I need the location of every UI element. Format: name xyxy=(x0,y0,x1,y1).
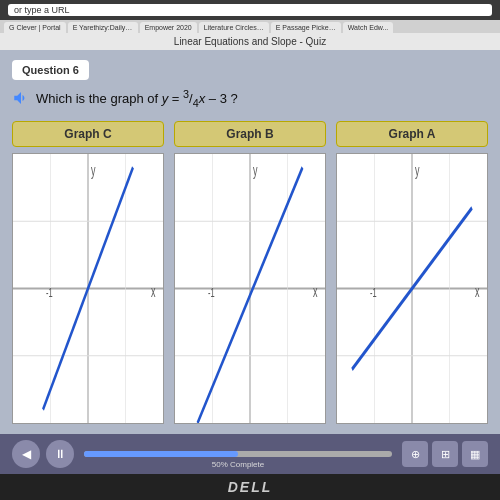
svg-text:y: y xyxy=(415,161,420,180)
graph-c-svg: y x -1 xyxy=(13,154,163,423)
tab-empower[interactable]: Empower 2020 xyxy=(140,22,197,33)
tab-passage[interactable]: E Passage Picker - G... xyxy=(271,22,341,33)
graph-c-container: y x -1 xyxy=(12,153,164,424)
bottom-bar: ◀ ⏸ 50% Complete ⊕ ⊞ ▦ xyxy=(0,434,500,474)
question-number: Question 6 xyxy=(12,60,89,80)
svg-text:x: x xyxy=(151,282,156,301)
graph-b-button[interactable]: Graph B xyxy=(174,121,326,147)
graph-a-column: Graph A y x -1 xyxy=(336,121,488,424)
browser-bar: or type a URL xyxy=(0,0,500,20)
tabs-bar: G Clever | Portal E Yarethizy:Daily Rea.… xyxy=(0,20,500,33)
bottom-left-controls: ◀ ⏸ xyxy=(12,440,74,468)
graph-c-column: Graph C y x -1 xyxy=(12,121,164,424)
question-text: Which is the graph of y = 3/4x – 3 ? xyxy=(12,88,488,109)
svg-text:x: x xyxy=(475,282,480,301)
svg-text:-1: -1 xyxy=(46,284,53,299)
home-button[interactable]: ⊞ xyxy=(432,441,458,467)
svg-text:y: y xyxy=(91,161,96,180)
graphs-row: Graph C y x -1 xyxy=(12,121,488,424)
main-content: Question 6 Which is the graph of y = 3/4… xyxy=(0,50,500,434)
tab-yarethizy[interactable]: E Yarethizy:Daily Rea... xyxy=(68,22,138,33)
graph-b-container: y x -1 xyxy=(174,153,326,424)
graph-b-svg: y x -1 xyxy=(175,154,325,423)
graph-a-svg: y x -1 xyxy=(337,154,487,423)
zoom-button[interactable]: ⊕ xyxy=(402,441,428,467)
graph-c-button[interactable]: Graph C xyxy=(12,121,164,147)
grid-button[interactable]: ▦ xyxy=(462,441,488,467)
svg-text:-1: -1 xyxy=(208,284,215,299)
question-formula: Which is the graph of y = 3/4x – 3 ? xyxy=(36,88,238,109)
svg-text:-1: -1 xyxy=(370,284,377,299)
dell-logo: DELL xyxy=(228,479,273,495)
progress-label: 50% Complete xyxy=(84,460,392,469)
speaker-icon[interactable] xyxy=(12,89,30,107)
tab-literature[interactable]: Literature Circles Gr... xyxy=(199,22,269,33)
page-title: Linear Equations and Slope - Quiz xyxy=(174,36,326,47)
tab-clever[interactable]: G Clever | Portal xyxy=(4,22,66,33)
pause-button[interactable]: ⏸ xyxy=(46,440,74,468)
dell-bar: DELL xyxy=(0,474,500,500)
progress-fill xyxy=(84,451,238,457)
svg-text:y: y xyxy=(253,161,258,180)
svg-text:x: x xyxy=(313,282,318,301)
page-title-bar: Linear Equations and Slope - Quiz xyxy=(0,33,500,50)
progress-bar: 50% Complete xyxy=(84,451,392,457)
url-box[interactable]: or type a URL xyxy=(8,4,492,16)
graph-b-column: Graph B y x -1 xyxy=(174,121,326,424)
tab-watch[interactable]: Watch Edw... xyxy=(343,22,394,33)
graph-a-button[interactable]: Graph A xyxy=(336,121,488,147)
graph-a-container: y x -1 xyxy=(336,153,488,424)
back-button[interactable]: ◀ xyxy=(12,440,40,468)
bottom-right-controls: ⊕ ⊞ ▦ xyxy=(402,441,488,467)
